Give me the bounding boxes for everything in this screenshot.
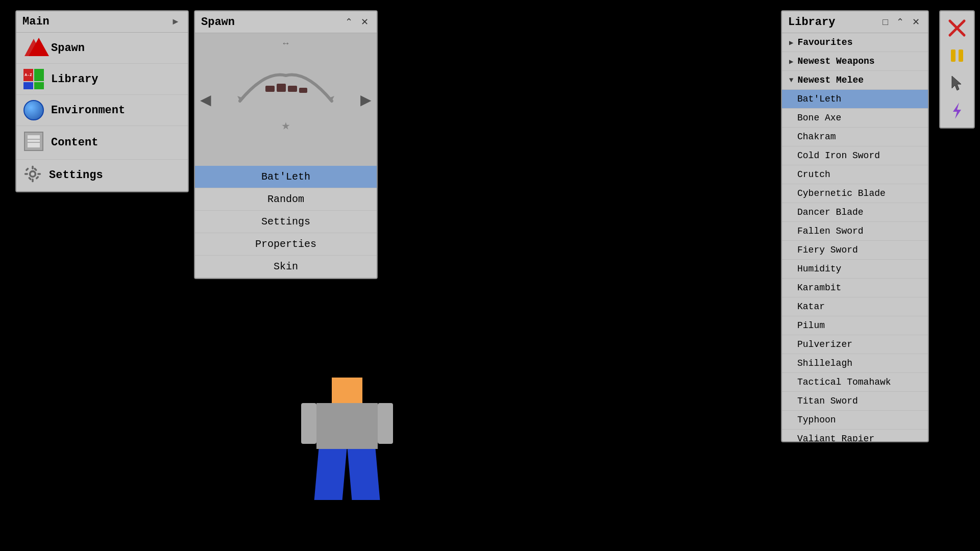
library-window-button[interactable]: □ bbox=[880, 16, 890, 29]
character-arm-right bbox=[378, 403, 393, 444]
library-category-favourites[interactable]: ▶ Favourites bbox=[782, 33, 928, 52]
cursor-icon bbox=[948, 74, 966, 92]
library-item-katar[interactable]: Katar bbox=[782, 297, 928, 316]
content-label: Content bbox=[51, 136, 98, 149]
library-item-fiery-sword[interactable]: Fiery Sword bbox=[782, 241, 928, 260]
settings-icon bbox=[23, 165, 42, 186]
toolbar-cursor-button[interactable] bbox=[944, 70, 970, 96]
library-item-valiant-rapier[interactable]: Valiant Rapier bbox=[782, 430, 928, 441]
pause-icon bbox=[948, 46, 966, 65]
library-icon: A-Z bbox=[23, 69, 44, 89]
spawn-label: Spawn bbox=[51, 42, 85, 55]
svg-rect-18 bbox=[299, 88, 307, 93]
library-item-typhoon[interactable]: Typhoon bbox=[782, 411, 928, 430]
resize-icon: ↔ bbox=[283, 38, 289, 48]
library-label: Library bbox=[51, 73, 98, 86]
spawn-prev-button[interactable]: ◀ bbox=[200, 91, 211, 108]
content-icon bbox=[23, 131, 44, 154]
library-item-bone-axe[interactable]: Bone Axe bbox=[782, 109, 928, 128]
sidebar-item-library[interactable]: A-Z Library bbox=[16, 64, 188, 95]
library-close-button[interactable]: ✕ bbox=[910, 15, 922, 29]
favorite-star[interactable]: ★ bbox=[282, 116, 290, 134]
spawn-preview-area: ↔ ◀ ★ ▶ bbox=[195, 33, 377, 166]
svg-rect-22 bbox=[959, 49, 963, 62]
library-category-newest-melee[interactable]: ▼ Newest Melee bbox=[782, 71, 928, 90]
main-panel: Main ► Spawn A-Z Library Environment bbox=[15, 10, 189, 192]
library-item-batleth[interactable]: Bat'Leth bbox=[782, 90, 928, 109]
spawn-minimize-button[interactable]: ⌃ bbox=[343, 15, 355, 29]
environment-icon bbox=[23, 100, 44, 120]
spawn-panel: Spawn ⌃ ✕ ↔ ◀ ★ ▶ Bat'Leth Random Settin… bbox=[194, 10, 378, 279]
environment-label: Environment bbox=[51, 104, 125, 117]
newest-weapons-label: Newest Weapons bbox=[797, 56, 874, 66]
right-toolbar bbox=[939, 10, 975, 129]
character-leg-right bbox=[348, 449, 380, 500]
library-item-pilum[interactable]: Pilum bbox=[782, 316, 928, 335]
newest-melee-arrow: ▼ bbox=[789, 76, 793, 84]
spawn-menu-item-properties[interactable]: Properties bbox=[195, 233, 377, 256]
library-item-fallen-sword[interactable]: Fallen Sword bbox=[782, 222, 928, 241]
spawn-next-button[interactable]: ▶ bbox=[360, 91, 372, 108]
character-arm-left bbox=[301, 403, 316, 444]
library-category-newest-weapons[interactable]: ▶ Newest Weapons bbox=[782, 52, 928, 71]
sidebar-item-settings[interactable]: Settings bbox=[16, 160, 188, 191]
toolbar-close-button[interactable] bbox=[944, 15, 970, 41]
lightning-icon bbox=[948, 102, 966, 120]
toolbar-pause-button[interactable] bbox=[944, 43, 970, 68]
library-item-shillelagh[interactable]: Shillelagh bbox=[782, 354, 928, 373]
character-leg-left bbox=[314, 449, 347, 500]
library-minimize-button[interactable]: ⌃ bbox=[894, 15, 906, 29]
svg-rect-9 bbox=[24, 173, 28, 175]
svg-marker-23 bbox=[952, 76, 961, 90]
svg-rect-11 bbox=[25, 167, 29, 171]
svg-point-6 bbox=[31, 172, 34, 176]
spawn-panel-controls: ⌃ ✕ bbox=[343, 15, 371, 29]
spawn-icon bbox=[23, 38, 44, 58]
library-item-chakram[interactable]: Chakram bbox=[782, 128, 928, 146]
spawn-panel-header: Spawn ⌃ ✕ bbox=[195, 11, 377, 33]
library-panel-header: Library □ ⌃ ✕ bbox=[782, 11, 928, 33]
library-list: ▶ Favourites ▶ Newest Weapons ▼ Newest M… bbox=[782, 33, 928, 441]
library-item-titan-sword[interactable]: Titan Sword bbox=[782, 392, 928, 411]
svg-rect-16 bbox=[277, 84, 286, 92]
character-head bbox=[332, 378, 362, 403]
library-item-karambit[interactable]: Karambit bbox=[782, 279, 928, 297]
library-item-tactical-tomahawk[interactable]: Tactical Tomahawk bbox=[782, 373, 928, 392]
svg-rect-21 bbox=[951, 49, 955, 62]
sidebar-item-environment[interactable]: Environment bbox=[16, 95, 188, 126]
character-body bbox=[316, 403, 378, 449]
spawn-menu-item-random[interactable]: Random bbox=[195, 188, 377, 211]
library-item-crutch[interactable]: Crutch bbox=[782, 165, 928, 184]
spawn-close-button[interactable]: ✕ bbox=[359, 15, 371, 29]
library-item-cold-iron-sword[interactable]: Cold Iron Sword bbox=[782, 146, 928, 165]
main-panel-title: Main bbox=[22, 15, 50, 28]
library-panel-title: Library bbox=[788, 16, 835, 29]
library-panel: Library □ ⌃ ✕ ▶ Favourites ▶ Newest Weap… bbox=[781, 10, 929, 442]
main-panel-header: Main ► bbox=[16, 11, 188, 33]
settings-label: Settings bbox=[49, 169, 103, 182]
svg-rect-10 bbox=[37, 173, 41, 175]
character-legs bbox=[316, 449, 378, 500]
sidebar-item-spawn[interactable]: Spawn bbox=[16, 33, 188, 64]
library-item-cybernetic-blade[interactable]: Cybernetic Blade bbox=[782, 184, 928, 203]
toolbar-lightning-button[interactable] bbox=[944, 98, 970, 123]
newest-weapons-arrow: ▶ bbox=[789, 57, 793, 66]
svg-rect-17 bbox=[288, 86, 297, 92]
library-panel-controls: □ ⌃ ✕ bbox=[880, 15, 922, 29]
library-item-pulverizer[interactable]: Pulverizer bbox=[782, 335, 928, 354]
svg-rect-2 bbox=[28, 135, 40, 147]
spawn-menu-item-skin[interactable]: Skin bbox=[195, 256, 377, 278]
svg-rect-15 bbox=[265, 86, 275, 92]
weapon-preview bbox=[235, 65, 337, 111]
scene-character bbox=[316, 378, 378, 500]
main-panel-collapse-button[interactable]: ► bbox=[169, 16, 182, 28]
spawn-panel-title: Spawn bbox=[201, 16, 235, 29]
favourites-label: Favourites bbox=[797, 37, 852, 47]
close-icon bbox=[948, 19, 966, 37]
library-item-dancer-blade[interactable]: Dancer Blade bbox=[782, 203, 928, 222]
svg-marker-0 bbox=[24, 39, 43, 56]
sidebar-item-content[interactable]: Content bbox=[16, 126, 188, 160]
spawn-menu-item-batleth[interactable]: Bat'Leth bbox=[195, 166, 377, 188]
library-item-humidity[interactable]: Humidity bbox=[782, 260, 928, 279]
spawn-menu-item-settings[interactable]: Settings bbox=[195, 211, 377, 233]
